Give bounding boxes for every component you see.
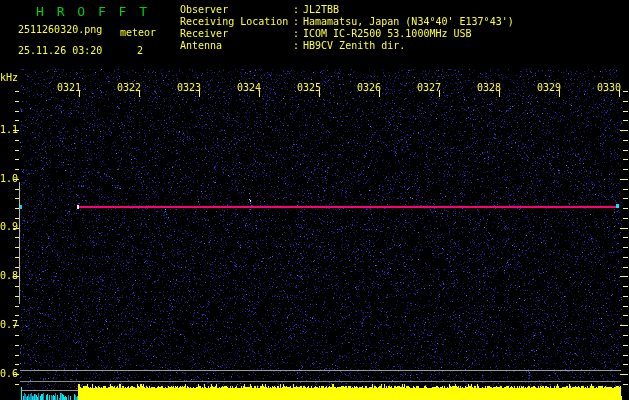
info-colon: :	[293, 4, 303, 16]
time-label-0328: 0328	[477, 82, 501, 94]
freq-label-1.0: 1.0	[0, 173, 13, 185]
freq-label-0.6: 0.6	[0, 368, 13, 380]
spectrogram-canvas	[0, 0, 629, 400]
freq-axis-unit: kHz	[0, 72, 18, 84]
info-colon: :	[293, 40, 303, 52]
info-value: JL2TBB	[303, 4, 339, 16]
time-label-0324: 0324	[237, 82, 261, 94]
freq-label-0.8: 0.8	[0, 270, 13, 282]
info-value: Hamamatsu, Japan (N34°40' E137°43')	[303, 16, 514, 28]
time-label-0327: 0327	[417, 82, 441, 94]
mode-label: meteor	[120, 27, 156, 39]
freq-label-0.7: 0.7	[0, 319, 13, 331]
info-row-3: Antenna:HB9CV Zenith dir.	[180, 40, 514, 52]
info-label: Antenna	[180, 40, 293, 52]
freq-label-1.1: 1.1	[0, 124, 13, 136]
frame-datetime: 25.11.26 03:20	[18, 45, 102, 57]
station-info-block: Observer:JL2TBBReceiving Location:Hamama…	[180, 4, 514, 52]
info-label: Receiver	[180, 28, 293, 40]
time-label-0323: 0323	[177, 82, 201, 94]
info-colon: :	[293, 28, 303, 40]
info-label: Observer	[180, 4, 293, 16]
time-label-0321: 0321	[57, 82, 81, 94]
time-label-0325: 0325	[297, 82, 321, 94]
info-value: HB9CV Zenith dir.	[303, 40, 405, 52]
echo-count: 2	[137, 45, 143, 57]
output-filename: 2511260320.png	[18, 24, 102, 36]
info-row-2: Receiver:ICOM IC-R2500 53.1000MHz USB	[180, 28, 514, 40]
info-colon: :	[293, 16, 303, 28]
time-label-0330: 0330	[597, 82, 621, 94]
time-label-0322: 0322	[117, 82, 141, 94]
info-row-1: Receiving Location:Hamamatsu, Japan (N34…	[180, 16, 514, 28]
app-title: H R O F F T	[36, 5, 150, 19]
hrofft-screen: H R O F F T 2511260320.png meteor 25.11.…	[0, 0, 629, 400]
info-value: ICOM IC-R2500 53.1000MHz USB	[303, 28, 472, 40]
freq-label-0.9: 0.9	[0, 221, 13, 233]
time-label-0326: 0326	[357, 82, 381, 94]
info-row-0: Observer:JL2TBB	[180, 4, 514, 16]
time-label-0329: 0329	[537, 82, 561, 94]
info-label: Receiving Location	[180, 16, 293, 28]
